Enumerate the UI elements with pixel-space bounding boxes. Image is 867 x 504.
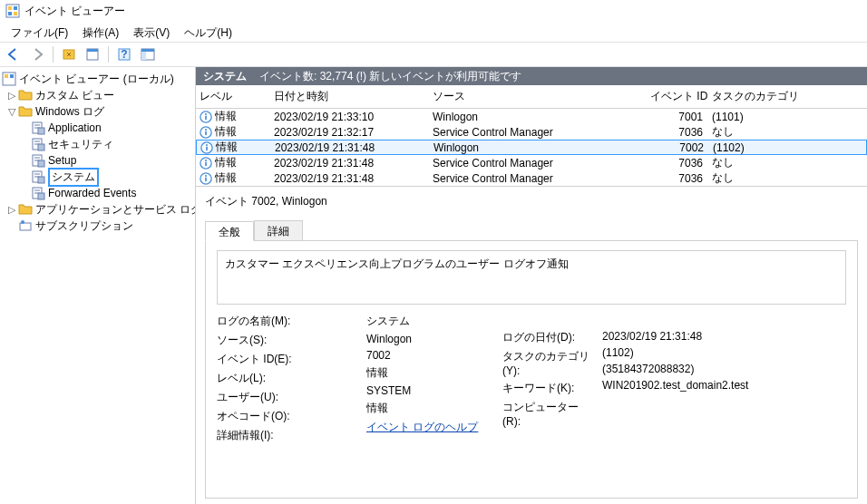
label-log-name: ログの名前(M): <box>217 314 357 329</box>
info-icon <box>200 126 212 139</box>
cell-category: なし <box>712 155 863 170</box>
cell-event-id: 7002 <box>651 141 713 154</box>
cell-level: 情報 <box>215 170 237 186</box>
collapse-icon[interactable]: ▽ <box>5 106 18 118</box>
val-keywords: (35184372088832) <box>602 363 846 375</box>
expand-icon[interactable]: ▷ <box>5 90 18 102</box>
content-title: システム <box>203 69 247 84</box>
val-level: 情報 <box>366 365 493 381</box>
menu-action[interactable]: 操作(A) <box>75 24 126 40</box>
table-row[interactable]: 情報2023/02/19 21:31:48Winlogon7002(1102) <box>196 140 867 155</box>
table-row[interactable]: 情報2023/02/19 21:31:48Service Control Man… <box>196 155 867 170</box>
event-message: カスタマー エクスペリエンス向上プログラムのユーザー ログオフ通知 <box>217 250 846 305</box>
folder-icon <box>18 88 33 102</box>
cell-level: 情報 <box>215 109 237 124</box>
svg-rect-1 <box>8 6 12 10</box>
col-level[interactable]: レベル <box>200 89 274 104</box>
label-level: レベル(L): <box>217 371 357 386</box>
label-opcode: オペコード(O): <box>217 409 357 424</box>
content-summary: イベント数: 32,774 (!) 新しいイベントが利用可能です <box>259 69 521 84</box>
table-row[interactable]: 情報2023/02/19 21:33:10Winlogon7001(1101) <box>196 109 867 124</box>
table-row[interactable]: 情報2023/02/19 21:31:48Service Control Man… <box>196 170 867 186</box>
svg-rect-7 <box>87 49 98 52</box>
cell-level: 情報 <box>216 140 238 155</box>
tree-label: アプリケーションとサービス ログ <box>35 202 196 218</box>
val-opcode: 情報 <box>366 401 493 416</box>
info-icon <box>200 157 212 170</box>
content-header: システム イベント数: 32,774 (!) 新しいイベントが利用可能です <box>196 67 867 85</box>
tree-setup[interactable]: Setup <box>2 152 193 169</box>
svg-rect-40 <box>205 115 207 119</box>
svg-rect-23 <box>38 144 44 150</box>
cell-category: なし <box>712 170 863 186</box>
tree-label: Application <box>48 121 102 134</box>
tree-label: セキュリティ <box>48 137 113 152</box>
menu-view[interactable]: 表示(V) <box>126 24 177 40</box>
svg-rect-27 <box>38 160 44 167</box>
cell-event-id: 7001 <box>650 111 712 123</box>
svg-rect-12 <box>141 49 154 52</box>
event-log-help-link[interactable]: イベント ログのヘルプ <box>366 421 478 433</box>
val-event-id: 7002 <box>366 349 493 362</box>
col-source[interactable]: ソース <box>433 89 650 104</box>
cell-datetime: 2023/02/19 21:31:48 <box>275 141 434 154</box>
svg-rect-3 <box>8 12 12 15</box>
log-icon <box>31 137 45 151</box>
tree-label: システム <box>48 168 99 187</box>
tree-application[interactable]: Application <box>2 120 193 136</box>
cell-level: 情報 <box>215 155 237 170</box>
cell-source: Service Control Manager <box>433 126 650 139</box>
col-datetime[interactable]: 日付と時刻 <box>274 89 433 104</box>
tree-forwarded[interactable]: Forwarded Events <box>2 185 193 201</box>
val-task-cat: (1102) <box>602 346 846 359</box>
table-row[interactable]: 情報2023/02/19 21:32:17Service Control Man… <box>196 124 867 140</box>
cell-datetime: 2023/02/19 21:31:48 <box>274 157 433 170</box>
panel-button[interactable] <box>138 44 158 64</box>
svg-rect-15 <box>10 74 14 78</box>
log-icon <box>31 121 45 135</box>
info-icon <box>200 111 212 123</box>
tree-system[interactable]: システム <box>2 169 193 185</box>
tree-root[interactable]: イベント ビューアー (ローカル) <box>2 71 193 87</box>
tree-windows-logs[interactable]: ▽ Windows ログ <box>2 103 193 120</box>
cell-event-id: 7036 <box>650 157 712 170</box>
tree-custom-views[interactable]: ▷ カスタム ビュー <box>2 87 193 103</box>
label-event-id: イベント ID(E): <box>217 352 357 367</box>
val-log-date: 2023/02/19 21:31:48 <box>602 330 846 343</box>
folder-icon <box>18 202 33 217</box>
tree-pane[interactable]: イベント ビューアー (ローカル) ▷ カスタム ビュー ▽ Windows ロ… <box>0 67 196 504</box>
cell-source: Winlogon <box>434 141 651 154</box>
titlebar: イベント ビューアー <box>0 0 867 22</box>
svg-point-39 <box>205 112 207 114</box>
svg-rect-14 <box>5 74 8 78</box>
cell-source: Service Control Manager <box>433 157 650 170</box>
tree-app-services[interactable]: ▷ アプリケーションとサービス ログ <box>2 201 193 218</box>
tree-security[interactable]: セキュリティ <box>2 136 193 152</box>
event-list[interactable]: レベル 日付と時刻 ソース イベント ID タスクのカテゴリ 情報2023/02… <box>196 85 867 186</box>
menu-help[interactable]: ヘルプ(H) <box>177 24 239 40</box>
window-title: イベント ビューアー <box>24 4 125 19</box>
tab-general[interactable]: 全般 <box>205 221 254 241</box>
tab-details[interactable]: 詳細 <box>254 220 303 240</box>
col-event-id[interactable]: イベント ID <box>650 89 712 104</box>
tree-label: イベント ビューアー (ローカル) <box>19 72 174 87</box>
cell-datetime: 2023/02/19 21:32:17 <box>274 126 433 139</box>
svg-rect-19 <box>38 128 44 134</box>
tree-subscriptions[interactable]: サブスクリプション <box>2 218 193 234</box>
expand-icon[interactable]: ▷ <box>5 204 18 216</box>
menu-file[interactable]: ファイル(F) <box>4 24 75 40</box>
column-headers[interactable]: レベル 日付と時刻 ソース イベント ID タスクのカテゴリ <box>196 85 867 109</box>
main-area: イベント ビューアー (ローカル) ▷ カスタム ビュー ▽ Windows ロ… <box>0 67 867 504</box>
properties-button[interactable] <box>83 44 102 64</box>
col-category[interactable]: タスクのカテゴリ <box>712 89 863 104</box>
help-button[interactable]: ? <box>114 44 134 64</box>
tree-label: Windows ログ <box>35 104 104 120</box>
show-hide-button[interactable] <box>59 44 79 64</box>
svg-rect-36 <box>20 223 31 230</box>
detail-title: イベント 7002, Winlogon <box>196 192 867 211</box>
label-more-info: 詳細情報(I): <box>217 428 357 443</box>
back-button[interactable] <box>4 44 24 64</box>
val-computer: WIN201902.test_domain2.test <box>602 379 846 392</box>
forward-button[interactable] <box>27 44 47 64</box>
cell-datetime: 2023/02/19 21:31:48 <box>274 172 433 185</box>
